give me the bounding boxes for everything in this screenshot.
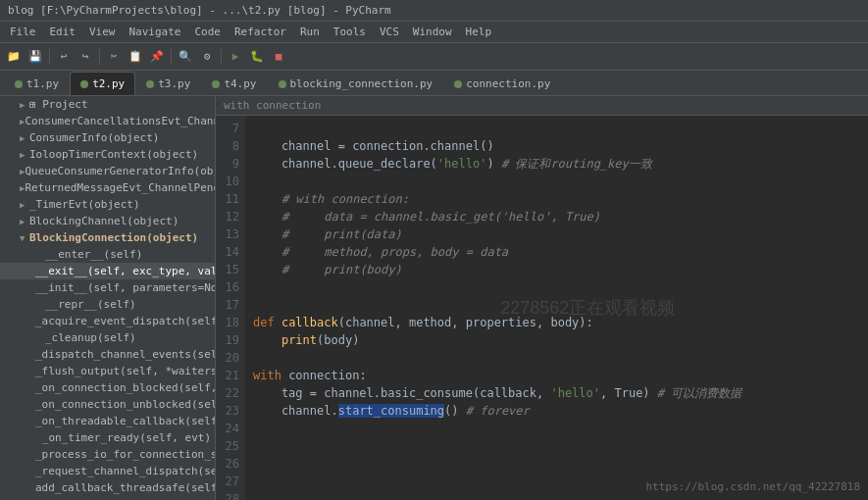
tab-label-3: t4.py: [224, 77, 256, 90]
menu-item-run[interactable]: Run: [294, 24, 326, 40]
code-line-17: [253, 296, 860, 314]
toolbar-btn-2[interactable]: 💾: [26, 47, 45, 67]
sidebar-item-6[interactable]: BlockingChannel(object): [0, 213, 215, 229]
code-line-15: # print(body): [253, 261, 860, 278]
tab-label-5: connection.py: [466, 77, 550, 90]
line-num-24: 24: [216, 420, 239, 437]
sidebar-item-5[interactable]: _TimerEvt(object): [0, 196, 215, 213]
sidebar-label-15: _flush_output(self, *waiters): [35, 365, 215, 377]
line-num-22: 22: [216, 384, 239, 402]
project-arrow: [20, 100, 29, 110]
toolbar-btn-3[interactable]: ↩: [54, 47, 74, 67]
tab-label-1: t2.py: [92, 77, 125, 90]
sidebar-item-23[interactable]: add_on_connection_blocked_callback(self): [0, 496, 215, 500]
tab-t4-py[interactable]: t4.py: [201, 72, 267, 95]
sidebar-label-3: QueueConsumerGeneratorInfo(object): [25, 165, 215, 177]
tab-label-2: t3.py: [158, 77, 190, 90]
tab-icon-0: [15, 80, 23, 88]
sidebar-project-header[interactable]: ⊞ Project: [0, 96, 215, 113]
tab-t3-py[interactable]: t3.py: [135, 72, 201, 95]
sidebar-item-21[interactable]: _request_channel_dispatch(self, channel: [0, 463, 215, 479]
sidebar-label-5: _TimerEvt(object): [29, 198, 140, 211]
toolbar-separator-1: [49, 49, 50, 65]
line-num-20: 20: [216, 349, 239, 367]
sidebar-project-label: ⊞ Project: [29, 98, 88, 111]
sidebar-arrow-2: [20, 150, 29, 160]
toolbar-btn-8[interactable]: 🔍: [176, 47, 195, 67]
code-content[interactable]: channel = connection.channel() channel.q…: [245, 116, 868, 500]
toolbar-separator-2: [99, 49, 100, 65]
toolbar: 📁 💾 ↩ ↪ ✂ 📋 📌 🔍 ⚙ ▶ 🐛 ■: [0, 43, 868, 71]
menu-item-code[interactable]: Code: [188, 24, 227, 40]
tab-icon-4: [279, 80, 286, 88]
sidebar-item-15[interactable]: _flush_output(self, *waiters): [0, 363, 215, 379]
toolbar-btn-4[interactable]: ↪: [76, 47, 95, 67]
editor-area: with connection 789101112131415161718192…: [216, 96, 868, 500]
sidebar-item-0[interactable]: ConsumerCancellationsEvt_ChannelPendingE…: [0, 113, 215, 129]
toolbar-btn-1[interactable]: 📁: [4, 47, 24, 67]
sidebar-item-13[interactable]: _cleanup(self): [0, 329, 215, 346]
line-num-10: 10: [216, 173, 239, 190]
menu-item-vcs[interactable]: VCS: [374, 24, 405, 40]
line-num-15: 15: [216, 261, 239, 278]
sidebar-item-18[interactable]: _on_threadable_callback(self, user_callb: [0, 413, 215, 429]
code-line-26: [253, 455, 860, 473]
sidebar-arrow-7: [20, 233, 29, 243]
toolbar-btn-5[interactable]: ✂: [104, 47, 124, 67]
tab-t1-py[interactable]: t1.py: [4, 72, 70, 95]
sidebar-item-3[interactable]: QueueConsumerGeneratorInfo(object): [0, 163, 215, 179]
tab-blocking_connection-py[interactable]: blocking_connection.py: [268, 72, 444, 95]
menu-item-edit[interactable]: Edit: [44, 24, 82, 40]
line-num-23: 23: [216, 402, 239, 420]
toolbar-separator-3: [171, 49, 172, 65]
line-num-17: 17: [216, 296, 239, 314]
line-num-25: 25: [216, 437, 239, 455]
sidebar-arrow-6: [20, 217, 29, 226]
menu-item-file[interactable]: File: [4, 24, 42, 40]
menu-item-tools[interactable]: Tools: [328, 24, 372, 40]
menu-bar: FileEditViewNavigateCodeRefactorRunTools…: [0, 22, 868, 43]
title-bar: blog [F:\PyCharmProjects\blog] - ...\t2.…: [0, 0, 868, 22]
sidebar-item-22[interactable]: add_callback_threadsafe(self, callback): [0, 479, 215, 496]
line-num-9: 9: [216, 155, 239, 173]
menu-item-help[interactable]: Help: [460, 24, 498, 40]
line-num-7: 7: [216, 120, 239, 137]
sidebar-label-14: _dispatch_channel_events(self): [35, 348, 215, 361]
stop-btn[interactable]: ■: [269, 47, 288, 67]
toolbar-btn-9[interactable]: ⚙: [197, 47, 217, 67]
tab-connection-py[interactable]: connection.py: [443, 72, 561, 95]
sidebar-label-8: __enter__(self): [45, 248, 142, 261]
sidebar-item-20[interactable]: _process_io_for_connection_setup(self): [0, 446, 215, 463]
sidebar-item-11[interactable]: __repr__(self): [0, 296, 215, 313]
sidebar-item-16[interactable]: _on_connection_blocked(self, user_callb: [0, 379, 215, 396]
sidebar-label-7: BlockingConnection(object): [29, 231, 198, 244]
menu-item-view[interactable]: View: [83, 24, 122, 40]
menu-item-refactor[interactable]: Refactor: [229, 24, 292, 40]
line-num-27: 27: [216, 473, 239, 490]
run-btn[interactable]: ▶: [226, 47, 245, 67]
line-num-12: 12: [216, 208, 239, 225]
sidebar-item-12[interactable]: _acquire_event_dispatch(self): [0, 313, 215, 329]
sidebar-item-8[interactable]: __enter__(self): [0, 246, 215, 263]
sidebar-item-4[interactable]: ReturnedMessageEvt_ChannelPendingEv: [0, 179, 215, 196]
debug-btn[interactable]: 🐛: [247, 47, 267, 67]
sidebar-arrow-5: [20, 200, 29, 210]
menu-item-window[interactable]: Window: [407, 24, 458, 40]
sidebar-item-7[interactable]: BlockingConnection(object): [0, 229, 215, 246]
sidebar-label-13: _cleanup(self): [45, 331, 136, 344]
sidebar-item-2[interactable]: IoloopTimerContext(object): [0, 146, 215, 163]
sidebar-item-9[interactable]: __exit__(self, exc_type, value, tracebac…: [0, 263, 215, 279]
sidebar-item-10[interactable]: __init__(self, parameters=None, _impl_cl: [0, 279, 215, 296]
sidebar-item-19[interactable]: _on_timer_ready(self, evt): [0, 429, 215, 446]
toolbar-btn-6[interactable]: 📋: [126, 47, 145, 67]
tab-t2-py[interactable]: t2.py: [70, 72, 135, 95]
sidebar-label-0: ConsumerCancellationsEvt_ChannelPendingE…: [25, 115, 215, 127]
toolbar-btn-7[interactable]: 📌: [147, 47, 167, 67]
sidebar-arrow-1: [20, 133, 29, 143]
line-num-8: 8: [216, 137, 239, 155]
sidebar-item-1[interactable]: ConsumerInfo(object): [0, 129, 215, 146]
sidebar-item-14[interactable]: _dispatch_channel_events(self): [0, 346, 215, 363]
menu-item-navigate[interactable]: Navigate: [124, 24, 187, 40]
sidebar: ⊞ Project ConsumerCancellationsEvt_Chann…: [0, 96, 216, 500]
sidebar-item-17[interactable]: _on_connection_unblocked(self, user_cal: [0, 396, 215, 413]
